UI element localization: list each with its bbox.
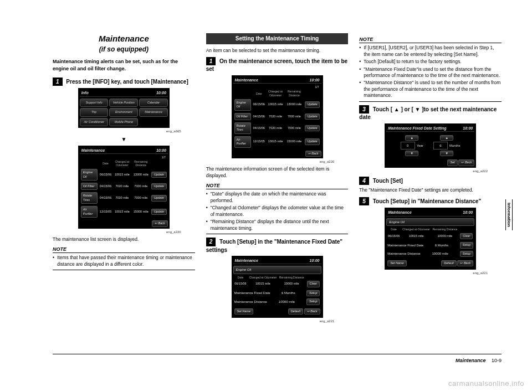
back-button[interactable]: ↩ Back — [457, 260, 473, 266]
table-row: Air Purifier 12/15/05 10015 mile 15000 m… — [80, 205, 168, 219]
maintenance-list-screen: Maintenance 10:00 1/7 Date Changed at Od… — [78, 146, 170, 229]
update-button[interactable]: Update — [305, 125, 320, 131]
row-label: Maintenance Distance — [234, 300, 267, 304]
engine-oil-button[interactable]: Engine Oil — [81, 169, 98, 180]
step-text: Touch [Set] — [373, 178, 403, 184]
year-label: Year — [417, 143, 423, 148]
column-1: Maintenance (if so equipped) Maintenance… — [53, 33, 195, 326]
note-item: "Remaining Distance" displays the distan… — [206, 219, 349, 231]
maintenance-list-screen-2: Maintenance 10:00 1/7 Date Changed at Od… — [232, 75, 323, 158]
year-value: 0 — [401, 142, 415, 149]
step-num: 2 — [206, 238, 216, 246]
update-button[interactable]: Update — [305, 114, 320, 120]
row-label: Maintenance Fixed Date — [387, 243, 423, 247]
screen-time: 10:00 — [310, 258, 320, 263]
months-spinner: ▲ 6 Months ▼ — [433, 135, 461, 156]
note-list: If [USER1], [USER2], or [USER3] has been… — [359, 45, 502, 99]
note-heading: NOTE — [359, 36, 502, 43]
support-info-button[interactable]: Support Info — [80, 99, 109, 107]
air-purifier-button[interactable]: Air Purifier — [234, 136, 251, 148]
back-button[interactable]: ↩ Back — [458, 159, 474, 166]
page-footer: Maintenance 10-9 — [456, 358, 502, 363]
footer-page: 10-9 — [492, 358, 502, 363]
note-item: "Date" displays the date on which the ma… — [206, 191, 349, 204]
up-arrow-icon[interactable]: ▲ — [440, 135, 453, 141]
item-bar: Engine Oil — [386, 218, 474, 226]
set-name-button[interactable]: Set Name — [234, 308, 253, 314]
step-text: Touch [Setup] in "Maintenance Distance" — [373, 198, 481, 204]
update-button[interactable]: Update — [305, 138, 320, 145]
row-value: 6 Months — [435, 243, 449, 247]
down-arrow-icon[interactable]: ▼ — [440, 151, 453, 156]
trip-button[interactable]: Trip — [80, 108, 109, 116]
down-arrow-icon[interactable]: ▼ — [405, 151, 418, 156]
watermark: carmanualsonline.info — [448, 379, 524, 388]
update-button[interactable]: Update — [151, 209, 167, 215]
air-conditioner-button[interactable]: Air Conditioner — [80, 118, 109, 126]
row-label: Maintenance Distance — [387, 251, 420, 256]
note-divider — [206, 234, 349, 234]
setup-button[interactable]: Setup — [306, 290, 320, 296]
caption-6: eng_a221 — [359, 271, 488, 275]
down-arrow-icon: ▼ — [53, 136, 195, 143]
clear-button[interactable]: Clear — [307, 281, 320, 287]
default-button[interactable]: Default — [441, 260, 456, 266]
months-label: Months — [449, 143, 461, 148]
screen-time: 10:00 — [156, 90, 166, 95]
setup-button[interactable]: Setup — [306, 298, 320, 305]
calendar-button[interactable]: Calendar — [139, 99, 168, 107]
clear-button[interactable]: Clear — [460, 233, 473, 239]
set-button[interactable]: Set — [447, 159, 457, 166]
update-button[interactable]: Update — [305, 101, 320, 107]
step-text: On the maintenance screen, touch the ite… — [206, 58, 348, 73]
engine-oil-button[interactable]: Engine Oil — [234, 99, 251, 111]
step-num: 4 — [359, 177, 369, 185]
col-odometer: Changed at Odometer — [112, 159, 131, 168]
intro-text: Maintenance timing alerts can be set, su… — [53, 58, 195, 71]
maintenance-detail-screen-2: Maintenance 10:00 Engine Oil Date Change… — [385, 208, 476, 270]
item-bar: Engine Oil — [233, 266, 321, 274]
rotate-tires-button[interactable]: Rotate Tires — [234, 122, 251, 134]
air-purifier-button[interactable]: Air Purifier — [81, 206, 98, 218]
back-button[interactable]: ↩ Back — [152, 220, 168, 226]
rotate-tires-button[interactable]: Rotate Tires — [81, 192, 98, 204]
page-title: Maintenance — [53, 33, 195, 44]
row-value: 10000 mile — [279, 300, 295, 304]
vehicle-position-button[interactable]: Vehicle Position — [109, 99, 138, 107]
body-text: An item can be selected to set the maint… — [206, 48, 349, 54]
info-screen: Info 10:00 Support Info Vehicle Position… — [78, 88, 170, 128]
note-list: Items that have passed their maintenance… — [53, 255, 195, 267]
step-1: 1 Press the [INFO] key, and touch [Maint… — [53, 78, 195, 86]
oil-filter-button[interactable]: Oil Filter — [234, 113, 251, 120]
back-button[interactable]: ↩ Back — [305, 151, 321, 157]
setup-button[interactable]: Setup — [460, 242, 473, 248]
table-row: Oil Filter 04/15/06 7020 mile 7000 mile … — [80, 182, 168, 191]
step-5: 5 Touch [Setup] in "Maintenance Distance… — [359, 197, 502, 206]
maintenance-button[interactable]: Maintenance — [139, 108, 168, 116]
oil-filter-button[interactable]: Oil Filter — [81, 183, 98, 190]
step-num-1: 1 — [53, 78, 63, 86]
step-text: Touch [ ▲ ] or [ ▼ ]to set the next main… — [359, 106, 497, 121]
set-name-button[interactable]: Set Name — [387, 260, 406, 266]
footer-rule — [53, 354, 502, 354]
body-text: The maintenance information screen of th… — [206, 166, 349, 179]
note-item: "Maintenance Fixed Date"is used to set t… — [359, 66, 502, 79]
update-button[interactable]: Update — [151, 172, 167, 178]
update-button[interactable]: Update — [151, 195, 167, 201]
table-row: Rotate Tires 04/15/06 7020 mile 7000 mil… — [80, 191, 168, 205]
step-num: 5 — [359, 197, 369, 206]
back-button[interactable]: ↩ Back — [304, 308, 320, 314]
up-arrow-icon[interactable]: ▲ — [405, 135, 418, 141]
body-text: The "Maintenance Fixed Date" settings ar… — [359, 187, 502, 193]
screen-title: Maintenance — [235, 258, 258, 263]
note-heading: NOTE — [206, 182, 349, 189]
environment-button[interactable]: Environment — [109, 108, 138, 116]
mobile-phone-button[interactable]: Mobile Phone — [109, 118, 138, 126]
update-button[interactable]: Update — [151, 183, 167, 189]
caption-3: eng_a220 — [206, 159, 335, 164]
side-tab: Information — [505, 199, 513, 230]
step-2: 2 Touch [Setup] in the "Maintenance Fixe… — [206, 238, 349, 254]
setup-button[interactable]: Setup — [460, 251, 473, 257]
default-button[interactable]: Default — [288, 308, 303, 314]
page-indicator: 1/7 — [80, 156, 168, 159]
